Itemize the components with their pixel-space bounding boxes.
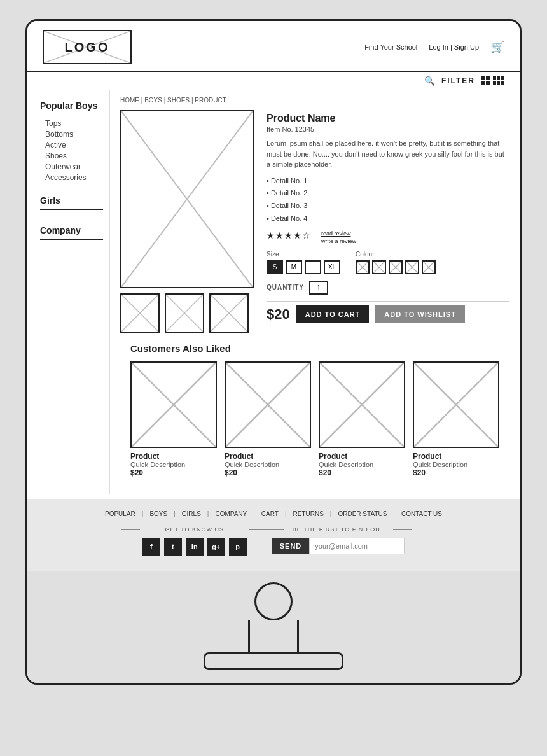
filter-label[interactable]: FILTER bbox=[441, 76, 475, 85]
liked-image-2[interactable] bbox=[319, 361, 405, 448]
footer-nav-order-status[interactable]: ORDER STATUS bbox=[338, 510, 387, 517]
detail-1: • Detail No. 1 bbox=[267, 175, 509, 188]
write-review-link[interactable]: write a review bbox=[321, 238, 356, 244]
colour-swatch-4[interactable] bbox=[405, 260, 419, 274]
sidebar-item-active[interactable]: Active bbox=[45, 141, 103, 150]
size-s[interactable]: S bbox=[267, 260, 283, 274]
monitor-neck bbox=[248, 620, 299, 652]
social-twitter[interactable]: t bbox=[164, 538, 182, 556]
colour-swatch-2[interactable] bbox=[372, 260, 386, 274]
size-buttons: S M L XL bbox=[267, 260, 340, 274]
size-m[interactable]: M bbox=[286, 260, 302, 274]
login-link[interactable]: Log In | Sign Up bbox=[429, 43, 479, 51]
liked-name-1: Product bbox=[225, 452, 311, 461]
thumbnail-2[interactable] bbox=[165, 293, 204, 333]
social-pinterest[interactable]: p bbox=[229, 538, 247, 556]
liked-image-0[interactable] bbox=[130, 361, 217, 448]
size-xl[interactable]: XL bbox=[324, 260, 340, 274]
footer-nav-boys[interactable]: BOYS bbox=[149, 510, 167, 517]
footer-email-col: BE THE FIRST TO FIND OUT SEND bbox=[272, 526, 405, 556]
size-option-group: Size S M L XL bbox=[267, 251, 340, 274]
sidebar-category-company[interactable]: Company bbox=[40, 225, 103, 235]
grid-3-icon[interactable] bbox=[493, 76, 504, 85]
colour-label: Colour bbox=[356, 251, 436, 258]
liked-image-1[interactable] bbox=[225, 361, 311, 448]
liked-desc-1: Quick Description bbox=[225, 461, 311, 468]
product-details-list: • Detail No. 1 • Detail No. 2 • Detail N… bbox=[267, 175, 509, 225]
liked-item-0: Product Quick Description $20 bbox=[130, 361, 217, 477]
footer-nav-popular[interactable]: POPULAR bbox=[105, 510, 135, 517]
liked-price-0: $20 bbox=[130, 468, 217, 477]
sidebar: Popular Boys Tops Bottoms Active Shoes O… bbox=[27, 90, 110, 494]
social-linkedin[interactable]: in bbox=[186, 538, 204, 556]
liked-desc-2: Quick Description bbox=[319, 461, 405, 468]
sidebar-item-outerwear[interactable]: Outerwear bbox=[45, 162, 103, 171]
sidebar-item-accessories[interactable]: Accessories bbox=[45, 173, 103, 182]
colour-swatch-1[interactable] bbox=[356, 260, 370, 274]
search-icon[interactable]: 🔍 bbox=[424, 76, 435, 86]
liked-price-1: $20 bbox=[225, 468, 311, 477]
sidebar-item-tops[interactable]: Tops bbox=[45, 119, 103, 128]
colour-swatches bbox=[356, 260, 436, 274]
social-facebook[interactable]: f bbox=[142, 538, 160, 556]
footer-nav-returns[interactable]: RETURNS bbox=[293, 510, 324, 517]
size-l[interactable]: L bbox=[305, 260, 321, 274]
star-rating: ★★★★☆ bbox=[267, 230, 311, 241]
footer-social-title: GET TO KNOW US bbox=[144, 526, 246, 533]
thumbnail-3[interactable] bbox=[209, 293, 249, 333]
email-input[interactable] bbox=[309, 538, 405, 554]
sidebar-category-popular-boys[interactable]: Popular Boys bbox=[40, 101, 103, 111]
footer-nav-girls[interactable]: GIRLS bbox=[182, 510, 201, 517]
price-actions: $20 ADD TO CART ADD TO WISHLIST bbox=[267, 305, 509, 323]
colour-option-group: Colour bbox=[356, 251, 436, 274]
detail-3: • Detail No. 3 bbox=[267, 200, 509, 213]
send-button[interactable]: SEND bbox=[272, 538, 310, 554]
size-label: Size bbox=[267, 251, 340, 258]
also-liked-title: Customers Also Liked bbox=[130, 343, 499, 354]
colour-swatch-5[interactable] bbox=[422, 260, 436, 274]
social-google[interactable]: g+ bbox=[207, 538, 225, 556]
cart-icon[interactable]: 🛒 bbox=[490, 40, 504, 54]
sidebar-category-girls[interactable]: Girls bbox=[40, 195, 103, 206]
product-details-panel: Product Name Item No. 12345 Lorum ipsum … bbox=[267, 110, 509, 333]
header-right: Find Your School Log In | Sign Up 🛒 bbox=[364, 40, 504, 54]
product-area: HOME | BOYS | SHOES | PRODUCT bbox=[110, 90, 520, 494]
product-name: Product Name bbox=[267, 113, 509, 124]
grid-2-icon[interactable] bbox=[481, 76, 490, 85]
product-thumbnails bbox=[120, 293, 254, 333]
add-to-wishlist-button[interactable]: ADD TO WISHLIST bbox=[375, 305, 465, 323]
product-price: $20 bbox=[267, 306, 290, 323]
quantity-input[interactable] bbox=[309, 281, 328, 295]
footer-nav-contact[interactable]: CONTACT US bbox=[401, 510, 442, 517]
product-main: Product Name Item No. 12345 Lorum ipsum … bbox=[120, 110, 509, 333]
product-images bbox=[120, 110, 254, 333]
liked-name-2: Product bbox=[319, 452, 405, 461]
liked-name-0: Product bbox=[130, 452, 217, 461]
logo[interactable]: LOGO bbox=[43, 30, 132, 64]
monitor: LOGO Find Your School Log In | Sign Up 🛒… bbox=[25, 19, 522, 685]
product-main-image bbox=[120, 110, 254, 288]
sidebar-item-shoes[interactable]: Shoes bbox=[45, 151, 103, 160]
liked-item-3: Product Quick Description $20 bbox=[413, 361, 499, 477]
monitor-base bbox=[204, 652, 343, 670]
liked-image-3[interactable] bbox=[413, 361, 499, 448]
monitor-screen: LOGO Find Your School Log In | Sign Up 🛒… bbox=[27, 21, 520, 571]
detail-4: • Detail No. 4 bbox=[267, 213, 509, 225]
footer-nav-company[interactable]: COMPANY bbox=[215, 510, 247, 517]
quantity-row: QUANTITY bbox=[267, 281, 509, 295]
logo-text: LOGO bbox=[65, 40, 110, 55]
thumbnail-1[interactable] bbox=[120, 293, 160, 333]
sidebar-item-bottoms[interactable]: Bottoms bbox=[45, 130, 103, 139]
social-icons: f t in g+ p bbox=[142, 538, 247, 556]
footer-nav-cart[interactable]: CART bbox=[261, 510, 279, 517]
find-school-link[interactable]: Find Your School bbox=[364, 43, 417, 51]
add-to-cart-button[interactable]: ADD TO CART bbox=[296, 305, 370, 323]
liked-desc-0: Quick Description bbox=[130, 461, 217, 468]
view-toggle bbox=[481, 76, 504, 85]
product-description: Lorum ipsum shall be placed here. it won… bbox=[267, 138, 509, 170]
read-review-link[interactable]: read review bbox=[321, 230, 356, 237]
liked-item-1: Product Quick Description $20 bbox=[225, 361, 311, 477]
main-layout: Popular Boys Tops Bottoms Active Shoes O… bbox=[27, 90, 520, 494]
colour-swatch-3[interactable] bbox=[389, 260, 403, 274]
reviews-row: ★★★★☆ read review write a review bbox=[267, 230, 509, 244]
